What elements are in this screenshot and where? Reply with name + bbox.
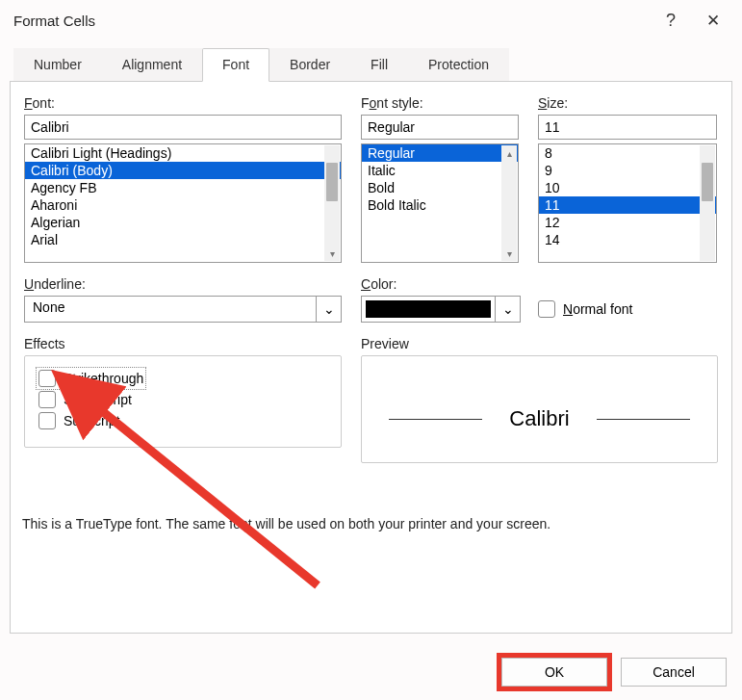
size-input[interactable] xyxy=(538,115,717,140)
tab-font[interactable]: Font xyxy=(202,48,269,82)
font-style-label: Font style: xyxy=(361,95,519,111)
tab-alignment[interactable]: Alignment xyxy=(102,48,202,82)
normal-font-label: Normal font xyxy=(563,301,632,317)
cancel-button[interactable]: Cancel xyxy=(621,658,727,687)
scroll-down-icon[interactable]: ▾ xyxy=(324,246,340,261)
size-label: Size: xyxy=(538,95,717,111)
tab-border[interactable]: Border xyxy=(269,48,350,82)
underline-combo[interactable]: None ⌄ xyxy=(24,296,342,323)
scroll-thumb[interactable] xyxy=(326,163,338,201)
color-combo[interactable]: ⌄ xyxy=(361,296,521,323)
scrollbar[interactable]: ▴ ▾ xyxy=(501,145,517,261)
list-item[interactable]: Aharoni xyxy=(25,196,341,214)
tab-protection[interactable]: Protection xyxy=(408,48,509,82)
superscript-label: Superscript xyxy=(64,392,132,407)
dialog-buttons: OK Cancel xyxy=(501,658,727,687)
subscript-checkbox[interactable] xyxy=(38,412,56,429)
preview-label: Preview xyxy=(361,336,718,351)
superscript-checkbox[interactable] xyxy=(38,391,56,408)
list-item[interactable]: Regular xyxy=(362,144,518,162)
list-item[interactable]: Calibri (Body) xyxy=(25,162,341,179)
scrollbar[interactable]: ▾ xyxy=(324,145,340,261)
scrollbar[interactable] xyxy=(700,145,715,261)
list-item[interactable]: Agency FB xyxy=(25,179,341,196)
chevron-down-icon[interactable]: ⌄ xyxy=(495,297,520,322)
list-item[interactable]: Arial xyxy=(25,231,341,248)
list-item[interactable]: Calibri Light (Headings) xyxy=(25,144,341,162)
tab-fill[interactable]: Fill xyxy=(350,48,408,82)
font-input[interactable] xyxy=(24,115,342,140)
list-item[interactable]: 10 xyxy=(539,179,716,196)
tab-strip: Number Alignment Font Border Fill Protec… xyxy=(0,40,742,82)
size-listbox[interactable]: 8 9 10 11 12 14 xyxy=(538,143,717,263)
subscript-label: Subscript xyxy=(64,413,119,428)
color-swatch xyxy=(366,300,491,318)
underline-value: None xyxy=(25,297,316,322)
normal-font-checkbox[interactable] xyxy=(538,300,555,318)
list-item[interactable]: Bold xyxy=(362,179,518,196)
scroll-thumb[interactable] xyxy=(702,163,713,201)
close-button[interactable]: ✕ xyxy=(692,0,734,40)
effects-label: Effects xyxy=(24,336,342,351)
list-item[interactable]: Bold Italic xyxy=(362,196,518,214)
underline-label: Underline: xyxy=(24,276,342,292)
color-label: Color: xyxy=(361,276,718,292)
font-listbox[interactable]: Calibri Light (Headings) Calibri (Body) … xyxy=(24,143,342,263)
effects-group: Strikethrough Superscript Subscript xyxy=(24,355,342,448)
tab-panel-font: Font: Calibri Light (Headings) Calibri (… xyxy=(10,81,732,634)
strikethrough-checkbox[interactable] xyxy=(38,370,56,387)
preview-group: Calibri xyxy=(361,355,718,463)
chevron-down-icon[interactable]: ⌄ xyxy=(316,297,341,322)
titlebar: Format Cells ? ✕ xyxy=(0,0,742,40)
font-style-input[interactable] xyxy=(361,115,519,140)
ok-button[interactable]: OK xyxy=(501,658,607,687)
list-item[interactable]: 12 xyxy=(539,214,716,231)
font-style-listbox[interactable]: Regular Italic Bold Bold Italic ▴ ▾ xyxy=(361,143,519,263)
font-label: Font: xyxy=(24,95,342,111)
preview-sample: Calibri xyxy=(482,406,596,431)
list-item[interactable]: 14 xyxy=(539,231,716,248)
help-button[interactable]: ? xyxy=(650,0,692,40)
list-item[interactable]: 11 xyxy=(539,196,716,214)
list-item[interactable]: Algerian xyxy=(25,214,341,231)
scroll-down-icon[interactable]: ▾ xyxy=(501,246,517,261)
list-item[interactable]: 9 xyxy=(539,162,716,179)
footer-note: This is a TrueType font. The same font w… xyxy=(22,516,550,531)
scroll-up-icon[interactable]: ▴ xyxy=(501,145,517,161)
tab-number[interactable]: Number xyxy=(13,48,102,82)
list-item[interactable]: Italic xyxy=(362,162,518,179)
list-item[interactable]: 8 xyxy=(539,144,716,162)
window-title: Format Cells xyxy=(13,13,650,29)
strikethrough-label: Strikethrough xyxy=(64,371,143,386)
